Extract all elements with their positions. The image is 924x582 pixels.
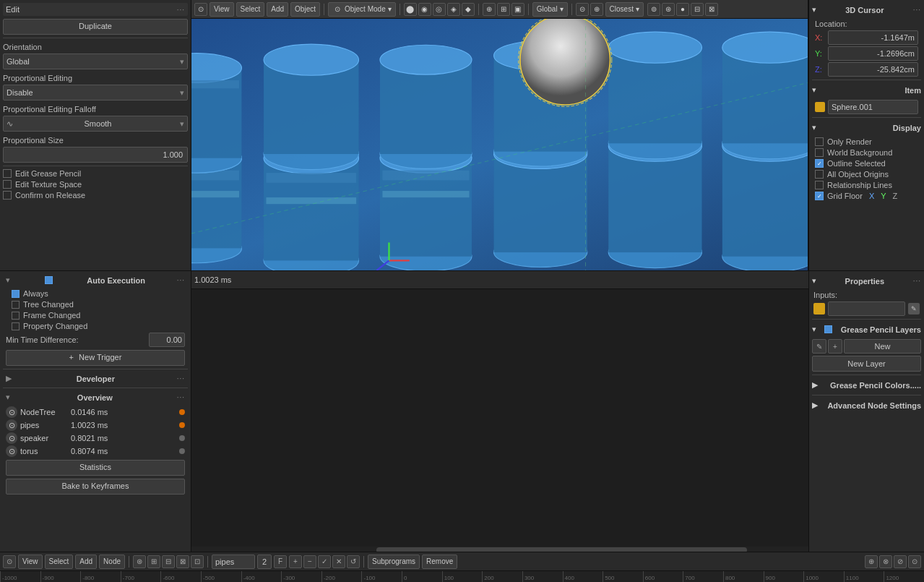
z-value[interactable]: -25.842cm <box>828 62 918 77</box>
relationship-lines-checkbox[interactable] <box>815 181 824 189</box>
bt-r3[interactable]: ⊘ <box>894 555 907 568</box>
solid-mode-icon[interactable]: ◉ <box>418 3 431 16</box>
gp-add-btn[interactable]: + <box>828 339 842 354</box>
proportional-falloff-dropdown[interactable]: ∿ Smooth ▾ <box>3 116 188 132</box>
always-checkbox[interactable] <box>12 290 20 298</box>
tree-changed-checkbox[interactable] <box>12 301 20 309</box>
bt-icon1[interactable]: ⊛ <box>133 555 146 568</box>
material-preview-icon[interactable]: ◈ <box>447 3 460 16</box>
only-render-checkbox[interactable] <box>815 137 824 146</box>
input-field[interactable] <box>828 301 905 316</box>
ruler-label-17: 700 <box>685 575 694 581</box>
ne-canvas[interactable]: Object Controller Falloff Falloff Sphere… <box>191 289 808 552</box>
orientation-dropdown[interactable]: Global ▾ <box>3 54 188 69</box>
developer-header[interactable]: ▶ Developer ··· <box>3 372 188 385</box>
camera-icon[interactable]: ⊟ <box>691 3 704 16</box>
render-mode-icon[interactable]: ⬤ <box>404 3 417 16</box>
proportional2-icon[interactable]: ⊛ <box>662 3 675 16</box>
item-title: Item <box>904 86 921 95</box>
bt-subprograms-btn[interactable]: Subprograms <box>368 555 420 569</box>
mode-dropdown[interactable]: ⊙ Object Mode ▾ <box>328 2 396 17</box>
bt-icon2[interactable]: ⊞ <box>147 555 160 568</box>
y-value[interactable]: -1.2696cm <box>828 46 918 61</box>
gp-layers-header[interactable]: ▾ Grease Pencil Layers <box>812 322 921 336</box>
bt-node-btn[interactable]: Node <box>99 555 125 569</box>
rendered-icon[interactable]: ◆ <box>462 3 475 16</box>
gp-pencil-btn[interactable]: ✎ <box>812 339 826 354</box>
advanced-node-header[interactable]: ▶ Advanced Node Settings <box>812 398 921 412</box>
bt-x-icon[interactable]: ✕ <box>332 555 345 568</box>
bt-view-btn[interactable]: View <box>18 555 43 569</box>
select-menu[interactable]: Select <box>236 2 265 17</box>
bt-mode-icon[interactable]: ⊙ <box>3 555 16 568</box>
duplicate-button[interactable]: Duplicate <box>3 19 188 35</box>
edit-grease-pencil-checkbox[interactable] <box>3 169 12 178</box>
bt-r1[interactable]: ⊕ <box>865 555 878 568</box>
new-trigger-button[interactable]: + New Trigger <box>6 350 185 366</box>
item-section-header[interactable]: ▾ Item <box>812 83 921 97</box>
confirm-on-release-checkbox[interactable] <box>3 191 12 200</box>
name-field[interactable]: pipes <box>212 555 255 569</box>
bt-icon5[interactable]: ⊡ <box>191 555 204 568</box>
record-icon[interactable]: ● <box>676 3 689 16</box>
viewport[interactable]: ⊙ View Select Add Object ⊙ Object Mode ▾ <box>191 0 808 270</box>
proportional-icon[interactable]: ⊚ <box>647 3 660 16</box>
grid-floor-checkbox[interactable] <box>815 192 824 200</box>
gp-new-btn[interactable]: New <box>844 339 921 354</box>
torus-label: torus <box>20 447 71 455</box>
bt-icon3[interactable]: ⊟ <box>162 555 175 568</box>
magnet-icon[interactable]: ⊝ <box>576 3 589 16</box>
statistics-button[interactable]: Statistics <box>6 460 185 476</box>
property-changed-checkbox[interactable] <box>12 322 20 330</box>
overlay-icon[interactable]: ⊞ <box>497 3 510 16</box>
frame-changed-checkbox[interactable] <box>12 312 20 320</box>
bt-minus-icon[interactable]: − <box>303 555 316 568</box>
bt-icon4[interactable]: ⊠ <box>176 555 189 568</box>
tool-icon[interactable]: ⊠ <box>705 3 718 16</box>
global-dropdown[interactable]: Global ▾ <box>532 2 568 17</box>
item-name-input[interactable]: Sphere.001 <box>828 100 918 114</box>
wireframe-icon[interactable]: ◎ <box>433 3 446 16</box>
view-menu[interactable]: View <box>210 2 234 17</box>
display-section-header[interactable]: ▾ Display <box>812 121 921 134</box>
location-section: Location: X: -1.1647m Y: -1.2696cm Z: -2… <box>812 20 921 77</box>
gizmo-icon[interactable]: ⊕ <box>483 3 496 16</box>
object-menu[interactable]: Object <box>290 2 320 17</box>
bake-button[interactable]: Bake to Keyframes <box>6 479 185 495</box>
bt-select-btn[interactable]: Select <box>45 555 74 569</box>
world-background-checkbox[interactable] <box>815 148 824 157</box>
all-object-origins-checkbox[interactable] <box>815 170 824 179</box>
edit-panel-header[interactable]: Edit ··· <box>3 3 188 16</box>
bt-check-icon[interactable]: ✓ <box>318 555 331 568</box>
num-field[interactable]: 2 <box>257 555 272 569</box>
auto-execution-checkbox[interactable] <box>45 276 53 284</box>
horizontal-scrollbar[interactable] <box>191 547 808 552</box>
bt-add-btn[interactable]: Add <box>75 555 97 569</box>
bt-r2[interactable]: ⊗ <box>879 555 892 568</box>
gp-new-layer-btn[interactable]: New Layer <box>812 356 921 372</box>
bt-remove-btn[interactable]: Remove <box>422 555 457 569</box>
bottom-toolbar: ⊙ View Select Add Node ⊛ ⊞ ⊟ ⊠ ⊡ pipes 2… <box>0 552 924 570</box>
gp-colors-header[interactable]: ▶ Grease Pencil Colors..... <box>812 378 921 392</box>
gp-layers-checkbox[interactable] <box>824 325 832 333</box>
closest-dropdown[interactable]: Closest ▾ <box>605 2 644 17</box>
bt-r4[interactable]: ⊙ <box>908 555 921 568</box>
outline-selected-checkbox[interactable] <box>815 159 824 168</box>
add-menu[interactable]: Add <box>267 2 288 17</box>
snap-icon[interactable]: ⊕ <box>590 3 603 16</box>
scrollbar-thumb[interactable] <box>376 547 746 552</box>
cursor-section-header[interactable]: ▾ 3D Cursor ··· <box>812 3 921 17</box>
min-time-value[interactable]: 0.00 <box>149 333 185 347</box>
proportional-editing-dropdown[interactable]: Disable ▾ <box>3 85 188 100</box>
pencil-icon[interactable]: ✎ <box>908 303 920 314</box>
overview-header[interactable]: ▾ Overview ··· <box>3 391 188 403</box>
proportional-size-slider[interactable]: 1.000 <box>3 147 188 163</box>
edit-texture-space-checkbox[interactable] <box>3 180 12 189</box>
auto-execution-header[interactable]: ▾ Auto Execution ··· <box>3 274 188 286</box>
xray-icon[interactable]: ▣ <box>511 3 524 16</box>
bt-plus-icon[interactable]: + <box>289 555 302 568</box>
bt-refresh-icon[interactable]: ↺ <box>347 555 360 568</box>
x-value[interactable]: -1.1647m <box>828 30 918 45</box>
viewport-canvas[interactable]: (444) Sphere.001 <box>191 19 808 270</box>
properties-header[interactable]: ▾ Properties ··· <box>812 274 921 288</box>
